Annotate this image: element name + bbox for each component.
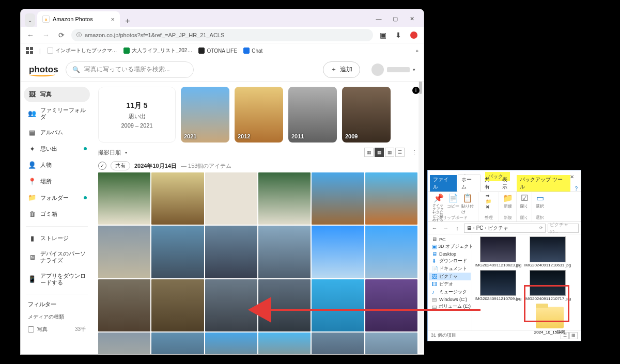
chevron-down-icon[interactable]: ▾ [125,150,127,155]
copy-button[interactable]: 📄コピー [447,193,459,205]
tree-item-drive-c[interactable]: 🖴Windows (C:) [429,296,471,303]
photo-thumb[interactable] [365,172,417,225]
add-button[interactable]: ＋ 追加 [323,61,360,78]
tab-view[interactable]: 表示 [499,175,516,192]
tree-item-videos[interactable]: 🎞ビデオ [429,280,471,288]
bookmark-item[interactable]: OTONA LIFE [198,48,237,54]
back-button[interactable]: ← [25,29,36,41]
tree-item-pc[interactable]: 🖥PC [429,236,471,243]
photo-thumb[interactable] [258,279,311,331]
profile-icon[interactable] [408,29,420,41]
filter-item-photos[interactable]: 写真 33千 [24,324,90,335]
photo-thumb[interactable] [151,279,204,331]
sidebar-item-photos[interactable]: 🖼写真 [24,87,90,102]
delete-icon[interactable]: ✖ [486,204,491,210]
tree-item-desktop[interactable]: 🖥Desktop [429,250,471,257]
sidebar-item-trash[interactable]: 🗑ゴミ箱 [24,207,90,222]
sidebar-item-getapp[interactable]: 📱アプリをダウンロードする [24,269,90,290]
tab-history-dropdown[interactable]: ⌄ [25,13,35,27]
photo-thumb[interactable] [205,279,257,331]
account-menu[interactable]: ▾ [371,64,415,76]
forward-button[interactable]: → [40,29,52,41]
extensions-icon[interactable]: ▣ [377,29,389,41]
photo-thumb[interactable] [205,172,257,225]
tree-item-documents[interactable]: 📄ドキュメント [429,265,471,273]
file-pane[interactable]: IMG20240911210623.jpg IMG20240911210631.… [472,234,581,330]
photo-thumb[interactable] [258,333,311,354]
breadcrumb[interactable]: 🖥 › PC › ピクチャ ⟳ [464,224,546,233]
sidebar-item-memories[interactable]: ✦思い出 [24,141,90,157]
download-icon[interactable]: ⬇ [393,29,404,41]
select-all-checkbox[interactable]: ✓ [98,162,106,170]
maximize-button[interactable]: ▢ [388,12,403,25]
bookmark-item[interactable]: 大人ライフ_リスト_202… [123,47,193,54]
photo-thumb[interactable] [312,226,364,278]
photo-thumb[interactable] [151,333,204,354]
file-item[interactable]: IMG20240911210709.jpg [474,270,522,302]
explorer-search-input[interactable]: ピクチャの... [548,224,579,233]
minimize-button[interactable]: — [371,12,386,25]
memories-card[interactable]: 11月 5 思い出 2009 – 2021 [98,87,176,143]
view-list-icon[interactable]: ☰ [395,148,405,157]
copy-to-icon[interactable]: 📁 [486,199,491,204]
photo-thumb[interactable] [98,333,150,354]
tab-backup-tools[interactable]: バックアップ ツール [517,175,571,192]
photo-thumb[interactable] [365,333,417,354]
photo-thumb[interactable] [205,333,257,354]
site-info-icon[interactable]: ⓘ [76,31,82,39]
share-chip[interactable]: 共有 [111,161,130,170]
reload-button[interactable]: ⟳ [56,29,67,41]
bookmark-item[interactable]: インポートしたブックマ… [47,47,117,54]
back-button[interactable]: ← [430,224,439,233]
new-folder-button[interactable]: 📁新規 [502,193,514,205]
tree-item-pictures[interactable]: 🖼ピクチャ [429,273,471,280]
tree-item-drive-e[interactable]: 🖴ボリューム (E:) [429,303,471,310]
photo-thumb[interactable] [98,226,150,278]
bookmark-item[interactable]: Chat [243,48,262,54]
file-item[interactable]: IMG20240911210631.jpg [524,236,571,268]
memory-thumb[interactable]: 2011 [288,87,337,143]
photo-thumb[interactable] [98,279,150,331]
photo-thumb[interactable] [365,279,417,331]
sidebar-item-storage[interactable]: ▮ストレージ [24,231,90,246]
photo-thumb[interactable] [151,226,204,278]
tree-item-3d[interactable]: ▣3D オブジェクト [429,243,471,250]
new-tab-button[interactable]: + [122,15,133,27]
sidebar-item-devices[interactable]: 🖥デバイスのパーソナライズ [24,247,90,267]
photo-thumb[interactable] [365,226,417,278]
photo-thumb[interactable] [312,172,364,225]
photo-thumb[interactable] [258,172,311,225]
apps-icon[interactable] [26,47,33,54]
select-button[interactable]: ▭選択 [534,193,546,205]
photo-thumb[interactable] [151,172,204,225]
scrollbar[interactable] [419,58,423,353]
photo-thumb[interactable] [258,226,311,278]
sidebar-item-places[interactable]: 📍場所 [24,174,90,189]
paste-button[interactable]: 📋貼り付け [461,193,474,205]
tab-share[interactable]: 共有 [482,175,498,192]
pin-quick-access-button[interactable]: 📌クイック アクセスにピン留めする [432,193,445,205]
sidebar-item-folders[interactable]: 📁フォルダー [24,190,90,205]
tab-file[interactable]: ファイル [430,175,457,192]
photo-thumb[interactable] [312,333,364,354]
open-button[interactable]: ☑開く [518,193,531,205]
photo-thumb[interactable] [205,226,257,278]
search-input[interactable]: 🔍 写真に写っている場所を検索... [66,61,194,78]
sidebar-item-family[interactable]: 👥ファミリーフォルダ [24,103,90,124]
memory-thumb[interactable]: 2021 [181,87,229,143]
close-button[interactable]: ✕ [404,12,420,25]
sidebar-item-people[interactable]: 👤人物 [24,157,90,173]
url-field[interactable]: ⓘ amazon.co.jp/photos?sf=1&ref_=AP_JP_HR… [71,29,373,41]
view-small-icon[interactable]: ▦ [385,148,394,157]
ribbon-help-icon[interactable]: ? [571,186,581,192]
tree-item-downloads[interactable]: ⬇ダウンロード [429,257,471,265]
tab-home[interactable]: ホーム [458,175,481,192]
move-icon[interactable]: ➡ [486,193,491,198]
more-icon[interactable]: ⋮ [412,149,417,156]
view-medium-icon[interactable]: ▦ [375,148,384,157]
file-item[interactable]: IMG20240911210623.jpg [474,236,522,268]
checkbox-icon[interactable] [28,326,34,333]
forward-button[interactable]: → [441,224,451,233]
memory-thumb[interactable]: 2012 [235,87,283,143]
photo-thumb[interactable] [312,279,364,331]
